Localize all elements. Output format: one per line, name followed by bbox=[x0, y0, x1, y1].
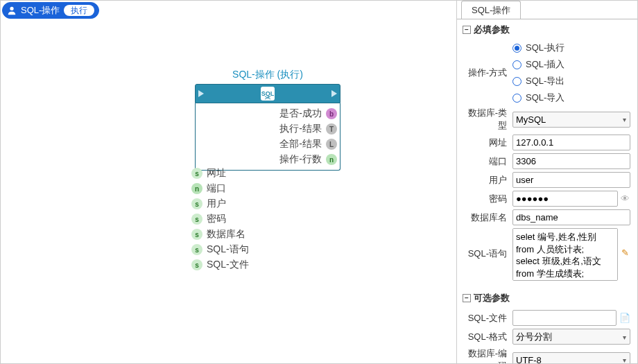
required-section-header[interactable]: − 必填参数 bbox=[457, 19, 637, 37]
password-input[interactable] bbox=[512, 191, 618, 207]
panel-tab[interactable]: SQL-操作 bbox=[461, 1, 521, 19]
mode-radio-option[interactable]: SQL-执行 bbox=[512, 42, 564, 54]
node-output-label: 是否-成功 bbox=[279, 107, 322, 120]
person-icon bbox=[7, 6, 17, 15]
label-dbenc: 数据库-编码 bbox=[464, 347, 512, 364]
node-input-label: 数据库名 bbox=[207, 228, 245, 241]
properties-panel: SQL-操作 − 必填参数 操作-方式 SQL-执行SQL-插入SQL-导出SQ… bbox=[457, 1, 637, 363]
node-input-label: 密码 bbox=[207, 213, 226, 225]
dbtype-select[interactable] bbox=[512, 112, 630, 128]
dbenc-select[interactable] bbox=[512, 352, 630, 365]
radio-label: SQL-执行 bbox=[526, 42, 564, 54]
node-input-row: sSQL-文件 bbox=[191, 257, 249, 272]
port-input[interactable] bbox=[512, 153, 630, 169]
node-output-row: 是否-成功b bbox=[197, 106, 338, 121]
node-input-label: 网址 bbox=[207, 167, 226, 180]
svg-point-0 bbox=[10, 7, 13, 10]
label-host: 网址 bbox=[464, 137, 512, 149]
radio-icon[interactable] bbox=[512, 77, 521, 86]
node-input-row: sSQL-语句 bbox=[191, 242, 249, 257]
sqlstmt-textarea[interactable] bbox=[512, 228, 618, 281]
node-output-label: 全部-结果 bbox=[279, 138, 322, 150]
exec-pill: 执行 bbox=[64, 5, 94, 16]
canvas[interactable]: SQL-操作 执行 SQL-操作 (执行) SQL 是否-成功b执行-结果T全部… bbox=[1, 1, 457, 363]
node-exec-out-port[interactable] bbox=[331, 90, 337, 97]
node-output-label: 操作-行数 bbox=[279, 153, 322, 166]
node-output-row: 操作-行数n bbox=[197, 152, 338, 167]
node-input-pin[interactable]: s bbox=[191, 229, 202, 240]
node-output-label: 执行-结果 bbox=[279, 123, 322, 135]
node-output-row: 执行-结果T bbox=[197, 121, 338, 137]
node-output-row: 全部-结果L bbox=[197, 137, 338, 152]
node-input-label: SQL-文件 bbox=[207, 259, 249, 271]
node-inputs-column: s网址n端口s用户s密码s数据库名sSQL-语句sSQL-文件 bbox=[191, 166, 249, 272]
node-input-row: s网址 bbox=[191, 166, 249, 181]
label-sqlstmt: SQL-语句 bbox=[464, 228, 512, 260]
node-input-row: s密码 bbox=[191, 211, 249, 227]
dbname-input[interactable] bbox=[512, 209, 630, 225]
node-output-pin[interactable]: T bbox=[326, 123, 337, 135]
label-password: 密码 bbox=[464, 193, 512, 205]
radio-icon[interactable] bbox=[512, 44, 521, 53]
node-input-row: s用户 bbox=[191, 196, 249, 211]
collapse-icon[interactable]: − bbox=[463, 294, 471, 302]
optional-section-header[interactable]: − 可选参数 bbox=[457, 288, 637, 306]
radio-label: SQL-导出 bbox=[526, 75, 564, 87]
label-mode: 操作-方式 bbox=[464, 67, 512, 79]
canvas-title-chip: SQL-操作 执行 bbox=[2, 2, 99, 19]
edit-icon[interactable]: ✎ bbox=[621, 248, 630, 258]
eye-icon[interactable]: 👁 bbox=[621, 193, 630, 204]
mode-radio-option[interactable]: SQL-插入 bbox=[512, 58, 564, 71]
node-input-pin[interactable]: s bbox=[191, 214, 202, 225]
node-sql-operate[interactable]: SQL-操作 (执行) SQL 是否-成功b执行-结果T全部-结果L操作-行数n bbox=[195, 69, 340, 171]
radio-label: SQL-导入 bbox=[526, 92, 564, 104]
label-sqlfile: SQL-文件 bbox=[464, 312, 512, 324]
sqlfile-input[interactable] bbox=[512, 310, 617, 326]
label-user: 用户 bbox=[464, 174, 512, 187]
label-dbtype: 数据库-类型 bbox=[464, 107, 512, 132]
node-input-label: 端口 bbox=[207, 182, 226, 195]
radio-icon[interactable] bbox=[512, 94, 521, 103]
collapse-icon[interactable]: − bbox=[463, 26, 471, 34]
radio-label: SQL-插入 bbox=[526, 58, 564, 71]
node-exec-in-port[interactable] bbox=[198, 90, 204, 97]
file-icon[interactable]: 📄 bbox=[619, 313, 630, 323]
sql-tool-icon: SQL bbox=[261, 87, 275, 101]
required-section-title: 必填参数 bbox=[474, 24, 510, 36]
sqlformat-select[interactable] bbox=[512, 329, 630, 345]
label-port: 端口 bbox=[464, 155, 512, 168]
mode-radio-group: SQL-执行SQL-插入SQL-导出SQL-导入 bbox=[512, 42, 564, 104]
node-input-pin[interactable]: n bbox=[191, 183, 202, 194]
node-input-label: 用户 bbox=[207, 198, 226, 210]
node-output-pin[interactable]: n bbox=[326, 154, 337, 165]
node-header[interactable]: SQL bbox=[195, 84, 340, 103]
node-input-row: s数据库名 bbox=[191, 227, 249, 242]
user-input[interactable] bbox=[512, 172, 630, 188]
node-output-pin[interactable]: b bbox=[326, 108, 337, 119]
canvas-title-text: SQL-操作 bbox=[21, 4, 60, 17]
node-input-row: n端口 bbox=[191, 181, 249, 196]
node-input-pin[interactable]: s bbox=[191, 168, 202, 179]
host-input[interactable] bbox=[512, 135, 630, 150]
radio-icon[interactable] bbox=[512, 60, 521, 69]
node-input-pin[interactable]: s bbox=[191, 244, 202, 255]
mode-radio-option[interactable]: SQL-导入 bbox=[512, 92, 564, 104]
node-title: SQL-操作 (执行) bbox=[195, 69, 340, 81]
node-input-pin[interactable]: s bbox=[191, 198, 202, 209]
node-output-pin[interactable]: L bbox=[326, 139, 337, 150]
optional-section-title: 可选参数 bbox=[474, 292, 510, 304]
mode-radio-option[interactable]: SQL-导出 bbox=[512, 75, 564, 87]
label-dbname: 数据库名 bbox=[464, 211, 512, 224]
node-input-label: SQL-语句 bbox=[207, 243, 249, 256]
label-sqlformat: SQL-格式 bbox=[464, 331, 512, 343]
node-body: 是否-成功b执行-结果T全部-结果L操作-行数n bbox=[195, 103, 340, 171]
node-input-pin[interactable]: s bbox=[191, 259, 202, 270]
